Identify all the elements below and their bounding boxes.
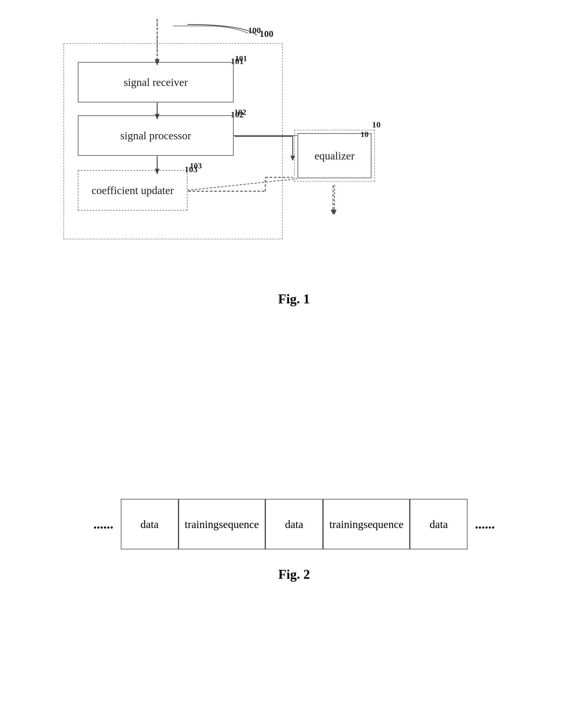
fig1-diagram: 100 signal receiver 101 signal processor… [46, 17, 392, 277]
fig2-cell-training2: training sequence [323, 499, 410, 549]
fig2-sequence-row: ...... data training sequence data train… [23, 499, 565, 549]
signal-processor-box: signal processor [78, 115, 234, 156]
fig2-diagram: ...... data training sequence data train… [23, 499, 565, 582]
signal-processor-label: signal processor [120, 129, 191, 142]
coeff-updater-box: coefficient updater [78, 170, 187, 211]
fig2-training1-line1: training [185, 518, 219, 531]
signal-receiver-label: signal receiver [124, 76, 188, 88]
fig2-dots-right: ...... [467, 499, 502, 549]
fig2-cell-training1: training sequence [178, 499, 265, 549]
fig2-training2-line1: training [329, 518, 363, 531]
equalizer-outer-box: equalizer [294, 130, 375, 182]
fig2-cell-data1: data [121, 499, 178, 549]
fig2-training2-line2: sequence [363, 518, 403, 531]
label-103: 103 [185, 164, 197, 174]
fig2-training1-line2: sequence [219, 518, 259, 531]
label-102: 102 [231, 110, 244, 120]
fig1-caption: Fig. 1 [0, 291, 588, 306]
fig2-dots-left: ...... [86, 499, 121, 549]
equalizer-label: equalizer [314, 149, 354, 162]
label-10: 10 [372, 120, 381, 129]
signal-receiver-box: signal receiver [78, 62, 234, 102]
coeff-updater-label: coefficient updater [91, 184, 174, 197]
label-100: 100 [248, 25, 261, 35]
label-101: 101 [231, 56, 244, 66]
fig2-caption: Fig. 2 [23, 567, 565, 582]
fig2-cell-data3: data [410, 499, 467, 549]
equalizer-inner-box: equalizer [298, 133, 372, 178]
svg-marker-9 [333, 210, 337, 215]
fig2-cell-data2: data [265, 499, 323, 549]
